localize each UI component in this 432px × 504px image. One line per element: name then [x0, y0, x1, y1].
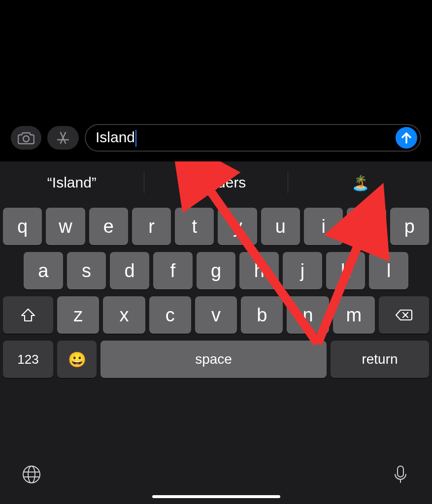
svg-point-2 — [28, 466, 35, 483]
key-v[interactable]: v — [195, 296, 237, 334]
numbers-key[interactable]: 123 — [3, 341, 53, 378]
appstore-button[interactable] — [47, 126, 79, 150]
svg-rect-3 — [398, 466, 403, 477]
appstore-icon — [56, 130, 70, 145]
suggestion-3-emoji[interactable]: 🏝️ — [288, 168, 432, 197]
dictation-button[interactable] — [389, 463, 412, 486]
globe-button[interactable] — [20, 463, 43, 486]
key-p[interactable]: p — [390, 208, 429, 245]
svg-point-0 — [23, 136, 29, 142]
compose-toolbar: Island — [0, 118, 432, 158]
space-key[interactable]: space — [100, 341, 327, 378]
key-f[interactable]: f — [153, 252, 193, 289]
key-j[interactable]: j — [283, 252, 322, 289]
key-k[interactable]: k — [326, 252, 366, 289]
key-l[interactable]: l — [369, 252, 408, 289]
key-row-3: z x c v b n m — [0, 296, 432, 334]
text-caret — [135, 130, 136, 147]
key-o[interactable]: o — [347, 208, 386, 245]
key-q[interactable]: q — [3, 208, 42, 245]
key-r[interactable]: r — [132, 208, 171, 245]
microphone-icon — [394, 465, 407, 484]
globe-icon — [22, 465, 41, 484]
key-row-4: 123 😀 space return — [0, 341, 432, 378]
key-z[interactable]: z — [57, 296, 99, 334]
svg-point-1 — [23, 466, 40, 483]
shift-icon — [20, 308, 36, 322]
key-n[interactable]: n — [287, 296, 329, 334]
key-h[interactable]: h — [239, 252, 279, 289]
suggestion-2[interactable]: Islanders — [144, 168, 288, 197]
message-input[interactable]: Island — [85, 124, 421, 152]
camera-button[interactable] — [11, 126, 41, 150]
key-d[interactable]: d — [110, 252, 149, 289]
message-input-text: Island — [96, 129, 396, 147]
return-key[interactable]: return — [331, 341, 429, 378]
key-x[interactable]: x — [103, 296, 145, 334]
backspace-icon — [395, 309, 413, 321]
keyboard: “Island” Islanders 🏝️ q w e r t y u i o … — [0, 161, 432, 504]
camera-icon — [18, 131, 34, 145]
key-row-1: q w e r t y u i o p — [0, 204, 432, 245]
home-indicator[interactable] — [152, 495, 280, 498]
key-e[interactable]: e — [89, 208, 128, 245]
backspace-key[interactable] — [379, 296, 429, 334]
key-y[interactable]: y — [218, 208, 257, 245]
suggestion-bar: “Island” Islanders 🏝️ — [0, 161, 432, 204]
key-c[interactable]: c — [149, 296, 191, 334]
key-m[interactable]: m — [333, 296, 375, 334]
key-i[interactable]: i — [304, 208, 343, 245]
suggestion-1[interactable]: “Island” — [0, 168, 144, 197]
key-a[interactable]: a — [24, 252, 63, 289]
key-s[interactable]: s — [67, 252, 106, 289]
key-w[interactable]: w — [46, 208, 85, 245]
shift-key[interactable] — [3, 296, 53, 334]
key-row-2: a s d f g h j k l — [0, 252, 432, 289]
arrow-up-icon — [401, 131, 412, 144]
key-t[interactable]: t — [175, 208, 214, 245]
key-g[interactable]: g — [197, 252, 236, 289]
key-b[interactable]: b — [241, 296, 283, 334]
send-button[interactable] — [396, 127, 417, 149]
key-u[interactable]: u — [261, 208, 300, 245]
emoji-key[interactable]: 😀 — [57, 341, 97, 378]
